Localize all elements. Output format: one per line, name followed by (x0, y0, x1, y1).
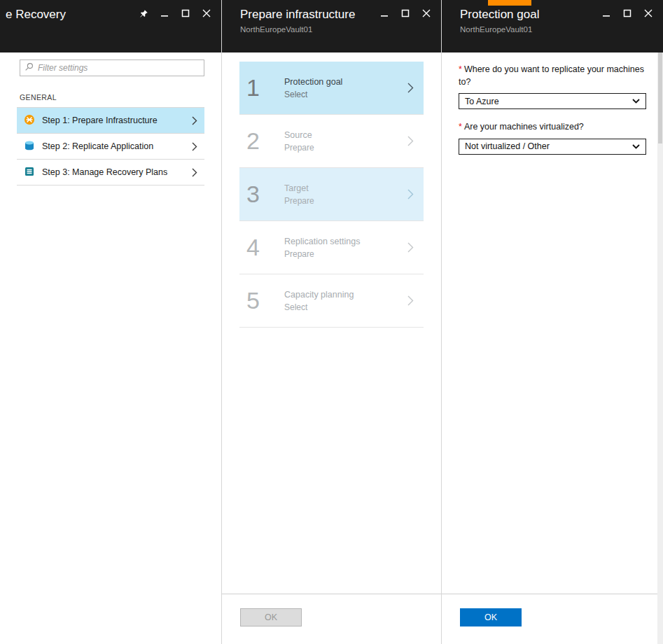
machines-virtualized-dropdown[interactable]: Not virtualized / Other (459, 139, 646, 155)
protection-goal-header: Protection goal NorthEuropeVault01 (442, 0, 663, 52)
manage-recovery-plans-icon (24, 166, 35, 179)
filter-settings-input[interactable] (38, 63, 200, 73)
search-icon (25, 62, 34, 74)
ok-button-disabled[interactable]: OK (240, 608, 302, 626)
page-title: e Recovery (6, 8, 66, 22)
protection-goal-content: *Where do you want to replicate your mac… (442, 52, 663, 644)
prepare-infrastructure-footer: OK (222, 594, 441, 644)
chevron-down-icon (632, 144, 640, 149)
chevron-right-icon (192, 116, 197, 125)
vertical-scrollbar[interactable] (657, 52, 663, 644)
replicate-destination-label: *Where do you want to replicate your mac… (459, 64, 646, 88)
chevron-right-icon (407, 295, 414, 306)
site-recovery-header: e Recovery (0, 0, 221, 52)
protection-goal-footer: OK (442, 594, 663, 644)
minimize-icon[interactable] (601, 8, 611, 18)
chevron-right-icon (407, 83, 414, 93)
wizard-steps: 1 Protection goal Select 2 Source Prepar… (239, 62, 424, 328)
close-icon[interactable] (421, 8, 431, 18)
close-icon[interactable] (643, 8, 653, 18)
step-subtitle: Prepare (284, 143, 314, 153)
sidebar-item-label: Step 1: Prepare Infrastructure (42, 115, 158, 125)
panel-prepare-infrastructure: Prepare infrastructure NorthEuropeVault0… (222, 0, 442, 644)
pin-icon[interactable] (139, 8, 148, 18)
panel-site-recovery: e Recovery GENERAL (0, 0, 222, 644)
blade-title: Protection goal (460, 8, 539, 22)
maximize-icon[interactable] (181, 8, 190, 18)
minimize-icon[interactable] (160, 8, 169, 18)
chevron-right-icon (407, 242, 414, 253)
step-subtitle: Select (284, 90, 342, 99)
dropdown-value: Not virtualized / Other (465, 141, 550, 151)
step-number: 3 (246, 181, 276, 208)
chevron-right-icon (407, 136, 414, 146)
minimize-icon[interactable] (379, 8, 389, 18)
machines-virtualized-label: *Are your machines virtualized? (459, 121, 646, 134)
chevron-right-icon (407, 189, 414, 200)
chevron-right-icon (192, 168, 197, 177)
sidebar-item-label: Step 2: Replicate Application (42, 141, 153, 151)
loading-accent-bar (488, 0, 531, 6)
panel-protection-goal: Protection goal NorthEuropeVault01 *Wher… (442, 0, 663, 644)
step-title: Target (284, 183, 314, 193)
step-title: Source (284, 130, 314, 140)
sidebar-item-replicate-application[interactable]: Step 2: Replicate Application (17, 134, 204, 160)
step-subtitle: Prepare (284, 196, 314, 206)
step-subtitle: Prepare (284, 249, 360, 259)
replicate-destination-dropdown[interactable]: To Azure (459, 93, 646, 109)
step-number: 1 (246, 74, 276, 102)
blade-subtitle: NorthEuropeVault01 (240, 25, 312, 34)
prepare-infrastructure-icon (24, 114, 35, 127)
maximize-icon[interactable] (400, 8, 410, 18)
prepare-infrastructure-header: Prepare infrastructure NorthEuropeVault0… (222, 0, 441, 52)
step-title: Capacity planning (284, 290, 354, 300)
step-protection-goal[interactable]: 1 Protection goal Select (239, 62, 424, 115)
chevron-down-icon (632, 99, 640, 104)
step-replication-settings[interactable]: 4 Replication settings Prepare (239, 221, 424, 274)
general-section-label: GENERAL (20, 93, 204, 102)
sidebar-item-prepare-infrastructure[interactable]: Step 1: Prepare Infrastructure (17, 108, 204, 134)
step-number: 4 (246, 234, 276, 261)
required-marker: * (459, 122, 462, 132)
site-recovery-content: GENERAL Step 1: Prepare Infrastructure S… (0, 52, 221, 644)
step-number: 2 (246, 127, 276, 155)
ok-button[interactable]: OK (460, 608, 522, 626)
filter-settings-searchbox[interactable] (20, 59, 204, 76)
step-target[interactable]: 3 Target Prepare (239, 168, 424, 221)
step-title: Protection goal (284, 77, 342, 87)
dropdown-value: To Azure (465, 97, 499, 106)
step-title: Replication settings (284, 237, 360, 246)
scrollbar-thumb[interactable] (658, 52, 662, 144)
sidebar-item-label: Step 3: Manage Recovery Plans (42, 167, 167, 177)
blade-subtitle: NorthEuropeVault01 (460, 25, 532, 34)
blade-title: Prepare infrastructure (240, 8, 355, 22)
step-source[interactable]: 2 Source Prepare (239, 115, 424, 168)
sidebar-item-manage-recovery-plans[interactable]: Step 3: Manage Recovery Plans (17, 160, 204, 186)
step-number: 5 (246, 287, 276, 314)
step-subtitle: Select (284, 302, 354, 312)
maximize-icon[interactable] (622, 8, 632, 18)
steps-nav-list: Step 1: Prepare Infrastructure Step 2: R… (17, 107, 204, 186)
protection-goal-form: *Where do you want to replicate your mac… (442, 52, 663, 155)
replicate-application-icon (24, 140, 35, 153)
step-capacity-planning[interactable]: 5 Capacity planning Select (239, 274, 424, 328)
close-icon[interactable] (202, 8, 211, 18)
chevron-right-icon (192, 142, 197, 151)
required-marker: * (459, 64, 462, 74)
prepare-infrastructure-content: 1 Protection goal Select 2 Source Prepar… (222, 52, 441, 644)
